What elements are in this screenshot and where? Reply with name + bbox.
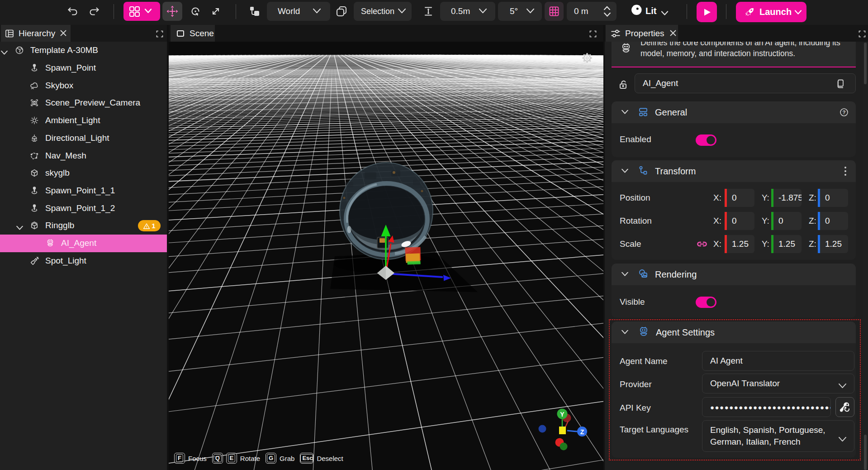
svg-text:?: ? [842, 110, 845, 115]
